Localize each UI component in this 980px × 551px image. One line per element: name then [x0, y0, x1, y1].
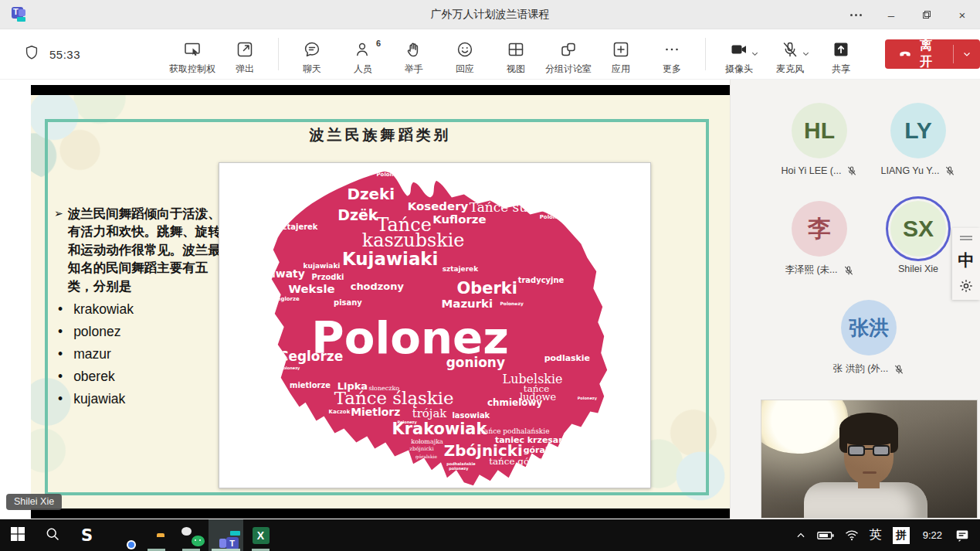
people-label: 人员: [354, 63, 372, 76]
mic-muted-icon: [894, 364, 904, 375]
word-cloud-word: podlaskie: [544, 353, 590, 363]
avatar-wrap: 李: [792, 201, 847, 257]
dance-list-item: •polonez: [54, 324, 226, 340]
word-cloud-word: Polonezy: [500, 301, 523, 307]
window-restore-button[interactable]: [909, 0, 944, 29]
bullet-dot: •: [58, 369, 63, 385]
ime-language-indicator[interactable]: 中: [958, 250, 975, 271]
word-cloud-word: Kuflorze: [432, 213, 486, 226]
window-more-button[interactable]: [838, 0, 873, 29]
view-label: 视图: [507, 63, 525, 76]
ime-mode-indicator[interactable]: 拼: [893, 527, 910, 544]
toolbar-button-chat[interactable]: 聊天: [290, 33, 334, 76]
toolbar-button-take-control[interactable]: 获取控制权: [169, 33, 215, 76]
arrow-bullet-icon: ➢: [54, 207, 63, 295]
meeting-timer: 55:33: [49, 48, 80, 61]
word-cloud-word: kaszubskie: [362, 230, 465, 251]
word-cloud-word: Polonezy: [578, 396, 598, 401]
leave-button[interactable]: 离开: [885, 39, 980, 69]
share-icon: [832, 39, 850, 60]
taskbar-app-start[interactable]: [0, 519, 35, 551]
avatar: SX: [890, 201, 946, 257]
participant-tile-HL[interactable]: HL Hoi Yi LEE (...: [769, 103, 870, 176]
word-cloud-word: kujawiaki: [303, 262, 341, 270]
excel-icon: X: [253, 527, 270, 544]
wifi-icon[interactable]: [839, 519, 864, 551]
battery-icon[interactable]: [812, 519, 839, 551]
camera-icon: [730, 39, 748, 60]
word-cloud-word: góralskie: [415, 454, 437, 460]
person-mouth: [863, 471, 877, 474]
toolbar-button-camera[interactable]: 摄像头: [717, 33, 761, 76]
toolbar-button-apps[interactable]: 应用: [599, 33, 643, 76]
taskbar-app-excel[interactable]: X: [243, 519, 278, 551]
word-cloud-word: Ceglorze: [273, 296, 300, 302]
window-close-button[interactable]: ×: [944, 0, 980, 29]
dance-list-item: •krakowiak: [54, 301, 226, 318]
toolbar-button-pop-out[interactable]: 弹出: [223, 33, 266, 76]
shared-screen-viewport: 波兰民族舞蹈类别 ➢ 波兰民间舞蹈倾向于活泼、有活力和欢快。跳舞、旋转和运动动作…: [31, 85, 730, 519]
microphone-chevron-icon[interactable]: [802, 47, 810, 61]
person-hair: [839, 413, 898, 445]
toolbar-button-view[interactable]: 视图: [494, 33, 537, 76]
participant-name: Shilei Xie: [898, 264, 938, 274]
participants-panel: HL Hoi Yi LEE (... LY LIANG Yu Y... 李 李泽…: [730, 80, 980, 519]
bullet-dot: •: [58, 346, 63, 362]
raise-hand-label: 举手: [405, 63, 423, 76]
participant-tile-LY[interactable]: LY LIANG Yu Y...: [868, 103, 968, 176]
person-hair-side: [890, 431, 898, 453]
hangup-phone-icon: [897, 45, 913, 63]
toolbar-button-raise-hand[interactable]: 举手: [392, 33, 436, 76]
word-cloud-word: Oberki: [457, 279, 517, 298]
word-cloud-word: mietlorze: [290, 381, 331, 389]
toolbar-button-more[interactable]: 更多: [650, 33, 693, 76]
leave-options-chevron[interactable]: [954, 49, 980, 59]
participant-tile-张洪[interactable]: 张洪 张 洪韵 (外...: [819, 300, 919, 376]
word-cloud-word: pisany: [334, 298, 362, 307]
toolbar-button-react[interactable]: 回应: [443, 33, 487, 76]
word-cloud-word: chodzony: [351, 281, 405, 292]
windows-logo-icon: [10, 526, 25, 545]
avatar: 李: [792, 201, 847, 257]
slide-title: 波兰民族舞蹈类别: [31, 125, 730, 145]
toolbar-button-share[interactable]: 共享: [819, 33, 863, 76]
toolbar-button-people[interactable]: 6人员: [341, 33, 385, 76]
taskbar-app-search[interactable]: [35, 519, 70, 551]
ime-settings-gear-icon[interactable]: [958, 278, 974, 297]
tray-hidden-icons-chevron-icon[interactable]: [790, 519, 812, 551]
bullet-dot: •: [58, 324, 63, 340]
mic-muted-icon: [846, 165, 857, 176]
participant-name: Hoi Yi LEE (...: [782, 165, 842, 176]
person-hair-side: [839, 431, 847, 453]
speaking-indicator-ring: SX: [886, 196, 951, 261]
taskbar-app-wechat[interactable]: [174, 519, 209, 551]
word-cloud-word: Kaczok: [329, 409, 351, 415]
taskbar-app-sogou[interactable]: S: [70, 519, 104, 551]
camera-chevron-icon[interactable]: [751, 47, 759, 61]
apps-icon: [612, 39, 630, 60]
avatar-wrap: LY: [890, 103, 946, 158]
dance-name-list: •krakowiak•polonez•mazur•oberek•kujawiak: [54, 301, 226, 407]
word-cloud-word: Kosedery: [408, 199, 469, 213]
poland-word-cloud-panel: PolonezyDzekiKosederyTańce suwalskieDzëk…: [219, 162, 651, 488]
taskbar-app-chrome[interactable]: [104, 519, 139, 551]
window-titlebar: T 广外万人计划波兰语课程 – ×: [0, 0, 980, 29]
self-video-tile[interactable]: [761, 400, 978, 519]
avatar: HL: [792, 103, 847, 158]
tray-language-indicator[interactable]: 英: [864, 519, 887, 551]
window-minimize-button[interactable]: –: [873, 0, 909, 29]
slide-text-block: ➢ 波兰民间舞蹈倾向于活泼、有活力和欢快。跳舞、旋转和运动动作很常见。波兰最知名…: [54, 205, 226, 407]
taskbar-app-teams[interactable]: T: [209, 519, 243, 551]
ime-drag-handle[interactable]: [960, 234, 972, 242]
taskbar-app-file-explorer[interactable]: [139, 519, 174, 551]
participant-tile-李[interactable]: 李 李泽熙 (未...: [769, 201, 870, 277]
bullet-dot: •: [58, 301, 63, 318]
presentation-slide: 波兰民族舞蹈类别 ➢ 波兰民间舞蹈倾向于活泼、有活力和欢快。跳舞、旋转和运动动作…: [31, 95, 730, 508]
toolbar-button-breakout-rooms[interactable]: 分组讨论室: [545, 33, 592, 76]
notification-center-icon[interactable]: [950, 519, 980, 551]
word-cloud-word: Dzëk: [337, 206, 378, 223]
toolbar-button-microphone[interactable]: 麦克风: [768, 33, 812, 76]
participant-name: LIANG Yu Y...: [881, 165, 940, 176]
shared-screen-stage: 波兰民族舞蹈类别 ➢ 波兰民间舞蹈倾向于活泼、有活力和欢快。跳舞、旋转和运动动作…: [0, 80, 730, 519]
tray-clock[interactable]: 9:22: [915, 519, 950, 551]
